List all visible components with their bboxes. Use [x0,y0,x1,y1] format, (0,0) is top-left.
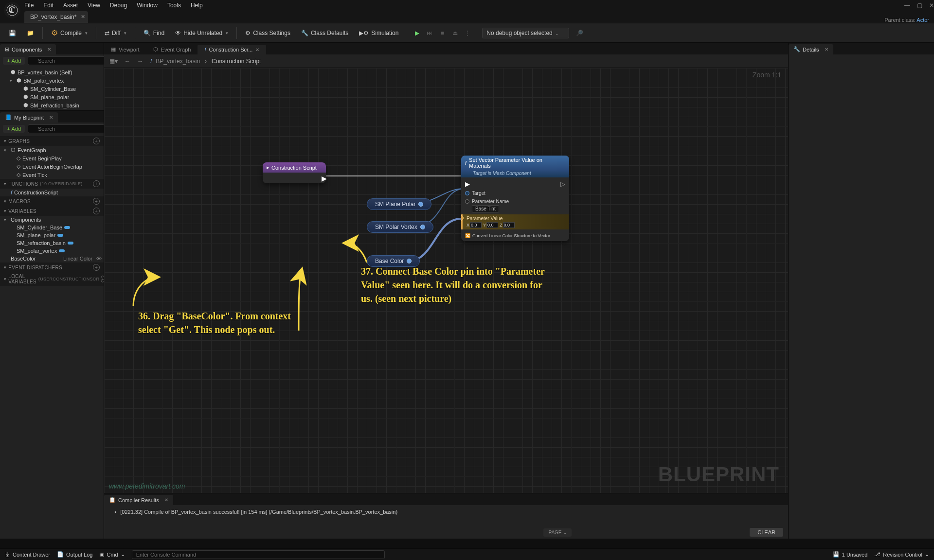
section-header[interactable]: ▾Event Dispatchers+ [0,262,104,272]
component-tree-row[interactable]: ⬢SM_Cylinder_Base [0,85,104,93]
debug-locate[interactable]: 🔎 [572,28,587,38]
simulation-button[interactable]: ▶⚙Simulation [355,28,402,38]
component-tree-row[interactable]: ⬢SM_plane_polar [0,93,104,101]
tab-event-graph[interactable]: ⬡Event Graph [146,44,198,54]
close-icon[interactable]: ✕ [81,14,85,20]
add-icon[interactable]: + [93,198,100,205]
show-all-icon[interactable]: ▦▾ [108,58,119,65]
menu-view[interactable]: View [88,2,100,9]
exec-pin-out[interactable]: ▷ [560,180,565,188]
browse-button[interactable]: 📁 [23,28,38,38]
nav-forward[interactable]: → [136,58,144,65]
add-component-button[interactable]: Add [3,57,25,65]
breadcrumb-parent[interactable]: BP_vortex_basin [156,58,200,65]
section-header[interactable]: ▾Variables+ [0,206,104,216]
console-input[interactable] [132,550,385,559]
window-minimize[interactable]: — [904,2,910,9]
pin-target[interactable] [465,191,469,195]
menu-asset[interactable]: Asset [63,2,78,9]
menu-debug[interactable]: Debug [110,2,127,9]
doc-tab[interactable]: BP_vortex_basin* ✕ [24,11,88,23]
param-z[interactable] [503,222,515,228]
section-header[interactable]: ▾Graphs+ [0,136,104,146]
pin-out[interactable] [420,225,425,229]
add-icon[interactable]: + [101,276,104,282]
pin-param-name[interactable] [465,199,469,204]
blueprint-tree-row[interactable]: ◇Event BeginPlay [0,154,104,162]
close-icon[interactable]: ✕ [825,47,828,52]
menu-file[interactable]: File [24,2,34,9]
node-sm-polar-vortex[interactable]: SM Polar Vortex [367,221,433,233]
unsaved-indicator[interactable]: 💾1 Unsaved [833,551,868,558]
menu-tools[interactable]: Tools [167,2,181,9]
section-header[interactable]: ▾Local Variables(USERCONSTRUCTIONSCRI+ [0,272,104,286]
diff-button[interactable]: ⇄ Diff▾ [101,28,130,38]
myblueprint-search[interactable] [28,124,104,133]
blueprint-tree-row[interactable]: BaseColorLinear Color👁 [0,255,104,262]
details-tab[interactable]: 🔧 Details ✕ [789,44,833,54]
components-tab[interactable]: ⊞ Components ✕ [0,44,56,54]
variable-category[interactable]: ▾Components [0,216,104,224]
eject-button[interactable]: ⏏ [449,27,461,39]
graph-canvas[interactable]: Zoom 1:1 ▸Construction Script ▶ SM Plane… [104,68,788,493]
compile-button[interactable]: ⚙ Compile ▾ [47,26,91,39]
parent-class-link[interactable]: Actor [916,17,929,23]
myblueprint-tab[interactable]: 📘 My Blueprint ✕ [0,112,58,122]
blueprint-tree-row[interactable]: SM_refraction_basin [0,239,104,247]
revision-control-button[interactable]: ⎇Revision Control ⌄ [874,551,929,558]
add-icon[interactable]: + [93,180,100,187]
pin-out[interactable] [418,202,423,207]
visibility-icon[interactable]: 👁 [96,256,102,262]
debug-object-select[interactable]: No debug object selected ⌄ [482,28,569,38]
nav-back[interactable]: ← [123,58,132,65]
component-tree-row[interactable]: ⬢SM_refraction_basin [0,101,104,109]
blueprint-tree-row[interactable]: SM_Cylinder_Base [0,224,104,231]
play-button[interactable]: ▶ [411,27,423,39]
pin-param-value[interactable] [461,215,464,221]
add-icon[interactable]: + [93,264,100,271]
tab-viewport[interactable]: ▦Viewport [104,44,146,54]
output-log-button[interactable]: 📄Output Log [57,551,92,558]
menu-help[interactable]: Help [191,2,203,9]
blueprint-tree-row[interactable]: SM_plane_polar [0,231,104,239]
pin-out[interactable] [407,259,412,263]
close-icon[interactable]: ✕ [47,47,51,52]
section-header[interactable]: ▾Macros+ [0,196,104,206]
node-base-color[interactable]: Base Color [367,255,420,267]
close-icon[interactable]: ✕ [49,115,53,120]
add-icon[interactable]: + [93,138,100,144]
section-header[interactable]: ▾Functions(19 OVERRIDABLE)+ [0,179,104,189]
blueprint-tree-row[interactable]: fConstructionScript [0,189,104,196]
node-construction-script[interactable]: ▸Construction Script ▶ [263,162,326,183]
skip-button[interactable]: ⏭ [424,27,435,39]
close-icon[interactable]: ✕ [164,497,168,503]
cmd-button[interactable]: ▣Cmd ⌄ [99,551,125,558]
stop-button[interactable]: ■ [436,27,448,39]
component-tree-row[interactable]: ⬢BP_vortex_basin (Self) [0,68,104,76]
blueprint-tree-row[interactable]: ◇Event ActorBeginOverlap [0,162,104,171]
exec-pin-in[interactable]: ▶ [465,180,470,188]
add-blueprint-item-button[interactable]: Add [3,125,25,133]
compiler-page-button[interactable]: PAGE ⌄ [543,528,572,537]
window-maximize[interactable]: ▢ [917,2,922,9]
compiler-results-tab[interactable]: 📋 Compiler Results ✕ [104,495,173,505]
component-tree-row[interactable]: ▾⬢SM_polar_vortex [0,76,104,85]
window-close[interactable]: ✕ [929,2,934,9]
node-sm-plane-polar[interactable]: SM Plane Polar [367,198,431,210]
content-drawer-button[interactable]: 🗄Content Drawer [5,552,50,558]
param-name-input[interactable]: Base Tint [472,205,499,212]
blueprint-tree-row[interactable]: ▾⬡EventGraph [0,146,104,154]
param-x[interactable] [470,222,482,228]
hide-unrelated-button[interactable]: 👁Hide Unrelated▾ [171,28,232,38]
menu-edit[interactable]: Edit [43,2,54,9]
add-icon[interactable]: + [93,208,100,214]
class-settings-button[interactable]: ⚙Class Settings [241,28,294,38]
tab-construction-script[interactable]: fConstruction Scr...✕ [198,45,266,54]
menu-window[interactable]: Window [137,2,158,9]
blueprint-tree-row[interactable]: SM_polar_vortex [0,247,104,255]
blueprint-tree-row[interactable]: ◇Event Tick [0,171,104,179]
node-set-vector-parameter[interactable]: fSet Vector Parameter Value on Materials… [461,156,569,241]
components-search[interactable] [28,56,108,65]
find-button[interactable]: 🔍Find [140,28,168,38]
compiler-clear-button[interactable]: CLEAR [750,528,783,537]
